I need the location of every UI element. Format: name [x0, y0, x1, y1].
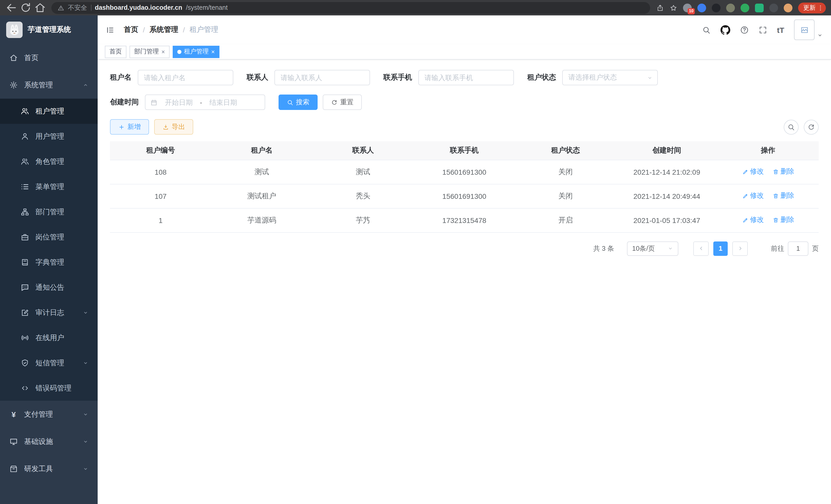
table-row: 107测试租户秃头15601691300关闭2021-12-14 20:49:4… — [110, 184, 819, 208]
contact-input[interactable] — [275, 70, 370, 85]
sidebar-item-label: 审计日志 — [35, 308, 64, 317]
user-avatar[interactable] — [794, 20, 823, 40]
cell-operations: 修改删除 — [717, 184, 819, 208]
address-bar[interactable]: 不安全 dashboard.yudao.iocoder.cn/system/te… — [51, 2, 650, 13]
phone-input[interactable] — [418, 70, 514, 85]
tab-close-icon[interactable]: × — [161, 49, 165, 55]
filter-create-time: 创建时间 - — [110, 94, 265, 110]
sidebar-item-label: 短信管理 — [35, 358, 64, 367]
browser-reload-icon[interactable] — [20, 2, 32, 14]
edit-row-button[interactable]: 修改 — [742, 167, 764, 176]
logo[interactable]: 芋道管理系统 — [0, 16, 98, 44]
extension-6-icon[interactable] — [755, 3, 764, 12]
sidebar-item-sms[interactable]: 短信管理 — [0, 350, 98, 376]
sidebar-item-dev-tools[interactable]: 研发工具 — [0, 455, 98, 482]
sidebar-item-tenant[interactable]: 租户管理 — [0, 99, 98, 124]
sidebar-item-system[interactable]: 系统管理 — [0, 71, 98, 99]
tab-close-icon[interactable]: × — [211, 49, 215, 55]
calendar-icon — [150, 98, 158, 106]
sidebar-item-home[interactable]: 首页 — [0, 44, 98, 71]
sidebar-collapse-icon[interactable] — [106, 25, 115, 34]
breadcrumb-item[interactable]: 系统管理 — [149, 25, 178, 34]
sidebar-item-online-user[interactable]: 在线用户 — [0, 325, 98, 350]
gear-icon — [9, 81, 18, 89]
export-button[interactable]: 导出 — [154, 119, 193, 135]
start-date-input[interactable] — [160, 98, 197, 106]
tab-tenant[interactable]: 租户管理× — [173, 46, 220, 58]
breadcrumb-item: 租户管理 — [190, 25, 219, 34]
header-search-icon[interactable] — [702, 25, 711, 34]
refresh-table-button[interactable] — [804, 119, 819, 135]
extension-3-icon[interactable] — [712, 3, 720, 12]
sidebar-item-pay[interactable]: ¥支付管理 — [0, 401, 98, 428]
tenant-name-input[interactable] — [138, 70, 233, 85]
users-icon — [21, 107, 29, 116]
shield-icon — [21, 359, 29, 367]
date-range-picker[interactable]: - — [145, 94, 265, 110]
sidebar-item-user[interactable]: 用户管理 — [0, 124, 98, 149]
sidebar-item-dept[interactable]: 部门管理 — [0, 199, 98, 225]
browser-back-icon[interactable] — [5, 2, 18, 14]
next-page-button[interactable] — [732, 241, 748, 256]
search-button[interactable]: 搜索 — [279, 94, 318, 110]
reset-button[interactable]: 重置 — [323, 94, 362, 110]
chevron-down-icon — [83, 439, 88, 444]
extension-5-icon[interactable] — [741, 3, 749, 12]
page-size-select[interactable]: 10条/页 — [627, 241, 678, 256]
table-header-cell: 操作 — [717, 141, 819, 160]
page-1-button[interactable]: 1 — [713, 241, 728, 256]
extension-7-icon[interactable] — [769, 3, 778, 12]
browser-actions: 10 更新 — [656, 2, 826, 13]
tab-label: 部门管理 — [134, 47, 159, 56]
list-icon — [21, 182, 29, 191]
table-header-cell: 租户编号 — [110, 141, 211, 160]
extension-1-icon[interactable]: 10 — [683, 3, 692, 12]
cell-phone: 15601691300 — [414, 184, 515, 208]
sidebar-item-dict[interactable]: 字典管理 — [0, 250, 98, 275]
sidebar-item-error-code[interactable]: 错误码管理 — [0, 376, 98, 401]
sidebar-item-post[interactable]: 岗位管理 — [0, 225, 98, 250]
end-date-input[interactable] — [205, 98, 242, 106]
prev-page-button[interactable] — [693, 241, 709, 256]
share-icon[interactable] — [656, 4, 664, 11]
chevron-down-icon — [647, 75, 653, 80]
add-button[interactable]: 新增 — [110, 119, 149, 135]
cell-status: 关闭 — [515, 160, 616, 184]
tab-home[interactable]: 首页 — [105, 46, 126, 58]
goto-page-input[interactable] — [788, 241, 808, 256]
toggle-search-button[interactable] — [784, 119, 799, 135]
sidebar-item-menu[interactable]: 菜单管理 — [0, 174, 98, 199]
sidebar-item-role[interactable]: 角色管理 — [0, 149, 98, 174]
cell-created: 2021-01-05 17:03:47 — [616, 208, 717, 232]
sidebar-item-audit-log[interactable]: 审计日志 — [0, 300, 98, 325]
bookmark-star-icon[interactable] — [670, 4, 677, 11]
github-icon[interactable] — [720, 25, 730, 35]
tab-dept[interactable]: 部门管理× — [130, 46, 170, 58]
logo-avatar — [6, 22, 23, 38]
edit-row-button[interactable]: 修改 — [742, 215, 764, 225]
extension-4-icon[interactable] — [726, 3, 735, 12]
browser-home-icon[interactable] — [34, 2, 46, 14]
sidebar-item-label: 租户管理 — [35, 107, 64, 116]
sidebar-item-label: 菜单管理 — [35, 182, 64, 191]
sidebar-item-notice[interactable]: 通知公告 — [0, 275, 98, 300]
trash-icon — [772, 217, 779, 224]
sidebar-item-infra[interactable]: 基础设施 — [0, 428, 98, 455]
extension-2-icon[interactable] — [697, 3, 706, 12]
browser-menu-icon[interactable] — [817, 4, 824, 11]
delete-row-button[interactable]: 删除 — [772, 167, 794, 176]
breadcrumb-item[interactable]: 首页 — [124, 25, 138, 34]
font-size-icon[interactable]: tT — [777, 25, 784, 34]
tenant-status-select[interactable]: 请选择租户状态 — [562, 70, 658, 85]
profile-avatar-icon[interactable] — [784, 3, 793, 12]
fullscreen-icon[interactable] — [758, 25, 767, 34]
status-label: 租户状态 — [527, 73, 556, 82]
update-button[interactable]: 更新 — [798, 2, 826, 13]
delete-row-button[interactable]: 删除 — [772, 215, 794, 225]
search-button-label: 搜索 — [296, 98, 309, 107]
delete-row-button[interactable]: 删除 — [772, 191, 794, 201]
cell-tenant-name: 测试 — [211, 160, 312, 184]
help-icon[interactable] — [740, 25, 749, 34]
edit-row-button[interactable]: 修改 — [742, 191, 764, 201]
browser-toolbar: 不安全 dashboard.yudao.iocoder.cn/system/te… — [0, 0, 831, 16]
